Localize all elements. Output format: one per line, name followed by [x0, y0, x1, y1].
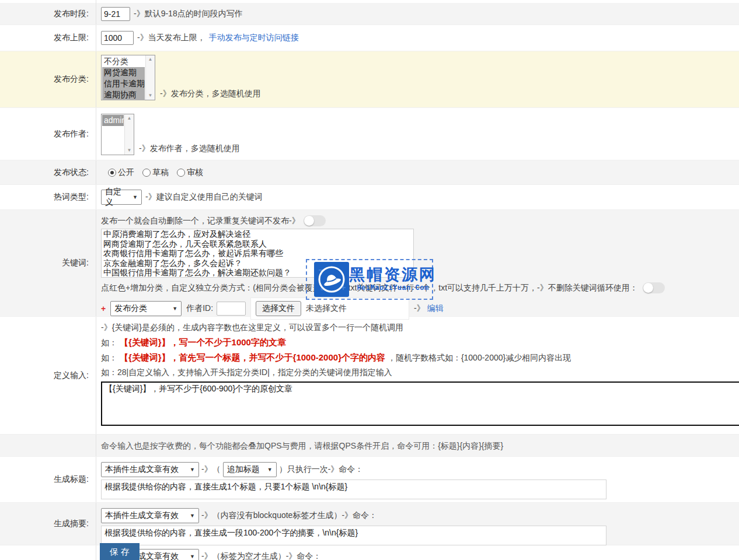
publish-author-desc: -》发布作者，多选随机使用 — [139, 144, 240, 155]
watermark-box: 黑帽资源网 HeiMaoZiYuan.Com — [306, 259, 433, 300]
hotword-type-label: 热词类型: — [0, 185, 96, 209]
radio-unchecked-icon[interactable] — [177, 169, 185, 177]
row-gen-tag-partial: 保 存 本插件生成文章有效 ▼ -》（标签为空才生成）-》命令： — [0, 545, 739, 560]
gen-summary-mid: -》（内容没有blockquote标签才生成）-》命令： — [201, 510, 377, 521]
radio-unchecked-icon[interactable] — [142, 169, 151, 177]
save-button[interactable]: 保 存 — [100, 543, 140, 560]
gen-summary-label: 生成摘要: — [0, 503, 96, 545]
row-custom-input: 定义输入: -》{关键词}是必须的，生成内容字数也在这里定义，可以设置多个一行一… — [0, 317, 739, 435]
listbox-scrollbar[interactable]: ▲ ▼ — [124, 114, 134, 155]
custom-input-label: 定义输入: — [0, 317, 96, 434]
gen-title-mid2: ）只执行一次-》命令： — [279, 464, 364, 475]
keywords-label: 关键词: — [0, 210, 96, 316]
keywords-toggle-text: 发布一个就会自动删除一个，记录重复关键词不发布-》 — [101, 216, 300, 226]
publish-limit-input[interactable] — [101, 31, 134, 45]
chevron-down-icon: ▼ — [190, 513, 195, 519]
status-radio-review[interactable]: 审核 — [177, 167, 203, 178]
publish-category-label: 发布分类: — [0, 51, 96, 107]
row-publish-category: 发布分类: 不分类 网贷逾期 信用卡逾期 逾期协商 ▲ ▼ -》发布分类，多选随… — [0, 51, 739, 108]
listbox-scrollbar[interactable]: ▲ ▼ — [145, 55, 155, 100]
custom-input-help2: 如： 【{关键词}】，写一个不少于1000字的文章 — [101, 335, 739, 350]
scroll-down-icon[interactable]: ▼ — [127, 148, 132, 153]
gen-summary-mode-select[interactable]: 本插件生成文章有效 ▼ — [101, 508, 199, 523]
gen-summary-command-textarea[interactable]: 根据我提供给你的内容，直接生成一段100-200个字的摘要，\n\n{标题} — [101, 526, 606, 545]
plugin-settings-page: 发布时段: -》默认9-18点的时间段内写作 发布上限: -》当天发布上限， 手… — [0, 0, 739, 560]
keep-keywords-toggle[interactable] — [643, 282, 665, 293]
row-hotword-type: 热词类型: 自定义 ▼ -》建议自定义使用自己的关键词 — [0, 185, 739, 210]
status-radio-draft[interactable]: 草稿 — [142, 167, 169, 178]
add-category-button[interactable]: + — [101, 304, 106, 313]
radio-checked-icon[interactable] — [108, 169, 116, 177]
manual-publish-link[interactable]: 手动发布与定时访问链接 — [209, 33, 299, 43]
publish-time-desc: -》默认9-18点的时间段内写作 — [134, 9, 243, 19]
publish-time-input[interactable] — [101, 7, 130, 21]
custom-input-help4: 如：28|自定义输入，支持输入开头指定分类ID|，指定分类的关键词使用指定输入 — [101, 365, 739, 380]
row-publish-limit: 发布上限: -》当天发布上限， 手动发布与定时访问链接 — [0, 25, 739, 51]
red-example-text: 【{关键词}】，首先写一个标题，并写不少于{1000-2000}个字的内容 — [120, 352, 385, 362]
status-radio-public[interactable]: 公开 — [108, 167, 134, 178]
auto-delete-toggle[interactable] — [304, 215, 326, 226]
category-option[interactable]: 网贷逾期 — [102, 67, 145, 78]
publish-author-listbox[interactable]: admin ▲ ▼ — [101, 114, 134, 155]
row-gen-summary: 生成摘要: 本插件生成文章有效 ▼ -》（内容没有blockquote标签才生成… — [0, 503, 739, 545]
radio-label: 公开 — [118, 167, 134, 178]
choose-file-button[interactable]: 选择文件 — [256, 301, 301, 316]
watermark-subtitle: HeiMaoZiYuan.Com — [349, 284, 437, 292]
gen-title-command-textarea[interactable]: 根据我提供给你的内容，直接生成1个标题，只要1个标题 \n\n{标题} — [101, 480, 606, 499]
row-command-note: 命令输入也是按字收费的，每个功能都会叠加QPS与费用，请根据QPS条件开启，命令… — [0, 435, 739, 457]
gen-title-label: 生成标题: — [0, 457, 96, 502]
custom-input-help1: -》{关键词}是必须的，生成内容字数也在这里定义，可以设置多个一行一个随机调用 — [101, 320, 739, 335]
gen-title-mode-select[interactable]: 本插件生成文章有效 ▼ — [101, 462, 199, 477]
chevron-down-icon: ▼ — [133, 194, 138, 200]
chevron-down-icon: ▼ — [267, 467, 273, 473]
heimao-logo-icon — [314, 262, 349, 297]
select-value: 本插件生成文章有效 — [105, 510, 179, 521]
scroll-up-icon[interactable]: ▲ — [148, 57, 153, 62]
gen-title-mid1: -》（ — [201, 464, 221, 475]
publish-status-label: 发布状态: — [0, 160, 96, 184]
chevron-down-icon: ▼ — [190, 467, 195, 473]
author-id-label: 作者ID: — [186, 303, 213, 314]
publish-limit-label: 发布上限: — [0, 25, 96, 51]
radio-label: 审核 — [187, 167, 203, 178]
select-value: 追加标题 — [227, 464, 260, 475]
row-publish-time: 发布时段: -》默认9-18点的时间段内写作 — [0, 3, 739, 25]
chevron-down-icon: ▼ — [172, 306, 177, 312]
chevron-down-icon: ▼ — [190, 554, 195, 559]
category-option[interactable]: 信用卡逾期 — [102, 78, 145, 89]
author-option[interactable]: admin — [102, 115, 124, 126]
row-publish-status: 发布状态: 公开 草稿 审核 — [0, 160, 739, 185]
red-example-text: 【{关键词}】，写一个不少于1000字的文章 — [120, 337, 286, 347]
row-publish-author: 发布作者: admin ▲ ▼ -》发布作者，多选随机使用 — [0, 108, 739, 160]
command-note-text: 命令输入也是按字收费的，每个功能都会叠加QPS与费用，请根据QPS条件开启，命令… — [101, 438, 739, 453]
radio-label: 草稿 — [152, 167, 169, 178]
publish-author-label: 发布作者: — [0, 108, 96, 160]
author-id-input[interactable] — [217, 302, 246, 316]
file-status-text: 未选择文件 — [306, 303, 347, 314]
gen-tag-mid: -》（标签为空才生成）-》命令： — [201, 551, 321, 560]
watermark-title: 黑帽资源网 — [349, 267, 437, 283]
publish-limit-desc: -》当天发布上限， — [137, 33, 205, 43]
edit-prefix: -》 — [414, 303, 425, 313]
gen-title-append-select[interactable]: 追加标题 ▼ — [223, 462, 277, 477]
scroll-up-icon[interactable]: ▲ — [127, 116, 132, 121]
file-category-select[interactable]: 发布分类 ▼ — [110, 301, 182, 316]
publish-time-label: 发布时段: — [0, 3, 96, 24]
hotword-type-desc: -》建议自定义使用自己的关键词 — [145, 192, 263, 202]
hotword-type-select[interactable]: 自定义 ▼ — [101, 190, 142, 205]
publish-category-listbox[interactable]: 不分类 网贷逾期 信用卡逾期 逾期协商 ▲ ▼ — [101, 55, 155, 100]
edit-link[interactable]: 编辑 — [427, 303, 444, 313]
custom-input-help3: 如： 【{关键词}】，首先写一个标题，并写不少于{1000-2000}个字的内容… — [101, 350, 739, 365]
scroll-down-icon[interactable]: ▼ — [148, 93, 153, 98]
row-gen-title: 生成标题: 本插件生成文章有效 ▼ -》（ 追加标题 ▼ ）只执行一次-》命令：… — [0, 457, 739, 503]
select-value: 本插件生成文章有效 — [105, 464, 179, 475]
publish-category-desc: -》发布分类，多选随机使用 — [160, 89, 261, 100]
custom-input-textarea[interactable]: 【{关键词}】，并写不少于{600-900}个字的原创文章 — [101, 382, 739, 426]
category-option[interactable]: 不分类 — [102, 56, 145, 67]
select-value: 发布分类 — [114, 303, 147, 314]
category-option[interactable]: 逾期协商 — [102, 89, 145, 100]
select-value: 自定义 — [105, 187, 128, 208]
